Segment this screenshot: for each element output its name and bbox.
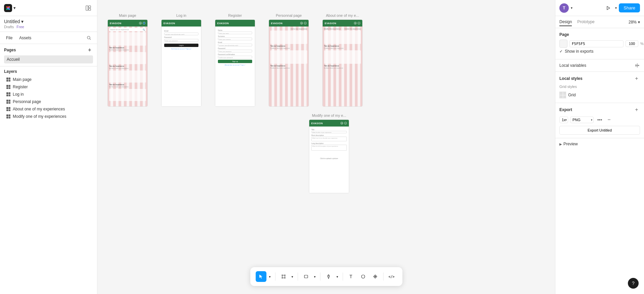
export-section: Export + 1x PNG ••• − Export Untitled [555,103,644,138]
play-chevron[interactable]: ▾ [615,6,617,10]
login-body: Email surname.name@centrale-med.fr Passw… [162,27,201,107]
frame-header-about: EVASION ⚙ + [323,20,362,27]
frame-personal[interactable]: Personnal page EVASION ⚙ + Add a new exp… [269,13,309,107]
modify-header-icons: ⚙ + [340,122,347,125]
user-icon: 👤 [143,22,145,24]
evasion-label-main: EVASION [110,22,122,24]
local-vars-icon [635,63,640,68]
frame-main-page[interactable]: Main page EVASION ⚙ 👤 Search for an expe… [107,13,148,107]
card-1 [109,32,146,46]
more-options-button[interactable]: ••• [596,116,604,124]
export-label: Export [559,107,572,112]
scale-select[interactable]: 1x [559,116,568,123]
pen-tool-group: ▾ [323,271,340,282]
about-header-icons: ⚙ + [354,22,360,24]
svg-rect-19 [304,275,308,278]
layer-item[interactable]: Main page [4,76,93,83]
grid-style-item[interactable]: Grid [559,91,640,99]
layer-label: Log in [13,92,24,97]
tab-prototype[interactable]: Prototype [577,18,594,26]
file-tab[interactable]: File [4,34,14,42]
select-tool-button[interactable] [256,271,266,282]
svg-rect-7 [89,8,91,10]
canvas-content: Main page EVASION ⚙ 👤 Search for an expe… [97,0,555,274]
tab-design[interactable]: Design [559,18,572,26]
layout-toggle-icon[interactable] [84,3,93,13]
frame-register[interactable]: Register EVASION Name Enter your name Su… [215,13,255,107]
components-tool-button[interactable] [370,271,380,282]
add-icon-modify: + [344,122,347,125]
evasion-label-about: EVASION [325,22,336,24]
show-exports-row: ✓ Show in exports [559,48,640,55]
select-tool-chevron[interactable]: ▾ [267,271,272,282]
project-title[interactable]: Untitled ▾ [4,19,93,24]
page-item-accueil[interactable]: Accueil [4,55,93,63]
login-btn-mock: Log in [164,44,198,47]
opacity-input[interactable] [626,40,638,47]
text-tool-button[interactable]: T [346,271,356,282]
format-select-wrapper: PNG [570,116,594,123]
preview-header[interactable]: ▶ Preview [559,142,640,146]
main-page-body: Search for an experience 🔍 Titre de l'ex… [108,27,147,107]
surname-input-mock: Enter your surname [218,38,252,40]
evasion-label-modify: EVASION [311,122,323,125]
rect-tool-button[interactable] [301,271,311,282]
toolbar-divider-1 [275,273,275,281]
layer-item[interactable]: About one of my experiences [4,105,93,113]
frame-mockup-modify: EVASION ⚙ + Title Write the title of you… [309,119,349,193]
help-button[interactable]: ? [628,278,639,289]
percent-label: % [640,42,644,46]
frame-log-in[interactable]: Log in EVASION Email surname.name@centra… [161,13,201,107]
rect-tool-chevron[interactable]: ▾ [312,271,317,282]
grid-item-label: Grid [568,93,576,97]
export-header: Export + [559,106,640,113]
add-page-button[interactable]: + [86,47,93,53]
format-select[interactable]: PNG [570,116,594,123]
frame-tool-chevron[interactable]: ▾ [289,271,295,282]
pen-tool-chevron[interactable]: ▾ [334,271,340,282]
preview-chevron-icon: ▶ [559,142,562,146]
add-export-button[interactable]: + [633,106,640,113]
right-top-bar: T ▾ ▾ Share [555,0,644,16]
layer-item[interactable]: Register [4,83,93,91]
layer-item[interactable]: Modify one of my experiences [4,113,93,120]
svg-point-8 [87,36,90,39]
layer-label: Modify one of my experiences [13,114,66,119]
svg-rect-5 [86,6,88,10]
show-exports-checkmark: ✓ [559,49,563,54]
zoom-display[interactable]: 28% ▾ [629,20,640,24]
assets-tab[interactable]: Assets [17,34,33,42]
share-button[interactable]: Share [619,3,640,12]
play-button[interactable] [604,3,613,13]
pages-header: Pages + [4,47,93,53]
layer-item[interactable]: Log in [4,91,93,98]
layer-grid-icon [6,85,11,89]
layer-grid-icon [6,92,11,97]
local-variables-row[interactable]: Local variables [555,59,644,72]
frame-modify[interactable]: Modify one of my e... EVASION ⚙ + Title … [309,113,349,193]
ellipse-tool-button[interactable] [358,271,368,282]
layer-item[interactable]: Personnal page [4,98,93,105]
color-hex-input[interactable] [569,40,624,47]
pen-tool-button[interactable] [323,271,334,282]
name-input-mock: Enter your name [218,32,252,34]
add-local-style-button[interactable]: + [633,75,640,82]
grid-cell-2 [563,92,566,95]
about-card-1 [324,31,361,44]
search-button[interactable] [85,34,93,42]
frame-header-register: EVASION [215,20,255,27]
show-exports-label[interactable]: Show in exports [565,49,593,54]
svg-line-9 [90,39,91,40]
logo-area[interactable]: ▾ [4,4,16,12]
canvas[interactable]: Main page EVASION ⚙ 👤 Search for an expe… [97,0,555,294]
layer-grid-icon [6,99,11,104]
color-swatch[interactable] [559,40,567,48]
avatar-chevron[interactable]: ▾ [571,6,572,10]
frame-about[interactable]: About one of my e... EVASION ⚙ + Modify … [322,13,363,107]
remove-export-button[interactable]: − [606,116,612,123]
grid-cell-1 [560,92,563,95]
export-untitled-button[interactable]: Export Untitled [559,126,640,135]
user-area: T ▾ [559,3,572,13]
code-tool-button[interactable]: </> [386,271,397,282]
frame-tool-button[interactable] [278,271,289,282]
